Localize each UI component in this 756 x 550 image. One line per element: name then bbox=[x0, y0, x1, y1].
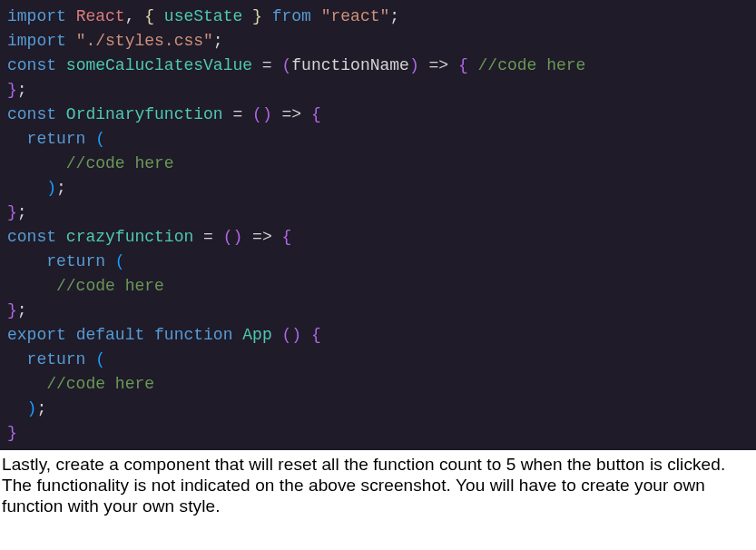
semi: ; bbox=[17, 203, 27, 221]
kw-import: import bbox=[7, 32, 66, 50]
eq: = bbox=[223, 105, 252, 123]
comma: , bbox=[125, 7, 145, 25]
brace: { bbox=[282, 228, 292, 246]
paren-close: ) bbox=[27, 399, 37, 417]
kw-const: const bbox=[7, 56, 56, 74]
kw-function: function bbox=[154, 326, 232, 344]
brace: } bbox=[7, 203, 17, 221]
fn-name: someCaluclatesValue bbox=[66, 56, 252, 74]
brace: { bbox=[311, 105, 321, 123]
indent bbox=[7, 179, 46, 197]
space bbox=[66, 7, 76, 25]
comment: //code here bbox=[56, 277, 164, 295]
eq: = bbox=[252, 56, 281, 74]
indent bbox=[7, 130, 27, 148]
param: functionName bbox=[291, 56, 409, 74]
eq: = bbox=[193, 228, 222, 246]
brace: } bbox=[7, 301, 17, 319]
space bbox=[56, 228, 66, 246]
kw-import: import bbox=[7, 7, 66, 25]
str-styles: "./styles.css" bbox=[76, 32, 213, 50]
kw-export: export bbox=[7, 326, 66, 344]
kw-return: return bbox=[27, 350, 86, 368]
paren-close: ) bbox=[232, 228, 242, 246]
brace-open: { bbox=[144, 7, 164, 25]
indent bbox=[7, 277, 56, 295]
space bbox=[66, 326, 76, 344]
paren-open: ( bbox=[95, 350, 105, 368]
comment: //code here bbox=[478, 56, 586, 74]
id-usestate: useState bbox=[164, 7, 242, 25]
kw-default: default bbox=[76, 326, 145, 344]
paren-close: ) bbox=[46, 179, 56, 197]
indent bbox=[7, 252, 46, 270]
space bbox=[85, 130, 95, 148]
brace: } bbox=[7, 424, 17, 442]
brace: { bbox=[458, 56, 478, 74]
comment: //code here bbox=[66, 154, 174, 172]
space bbox=[232, 326, 242, 344]
paren-open: ( bbox=[282, 326, 292, 344]
comment: //code here bbox=[46, 375, 154, 393]
kw-const: const bbox=[7, 105, 56, 123]
paren-open: ( bbox=[252, 105, 262, 123]
fn-name: crazyfunction bbox=[66, 228, 193, 246]
paren-close: ) bbox=[291, 326, 301, 344]
brace: { bbox=[311, 326, 321, 344]
space bbox=[272, 326, 282, 344]
paren-open: ( bbox=[115, 252, 125, 270]
semi: ; bbox=[36, 399, 46, 417]
space bbox=[105, 252, 115, 270]
arrow: => bbox=[419, 56, 458, 74]
arrow: => bbox=[272, 105, 311, 123]
kw-return: return bbox=[27, 130, 86, 148]
indent bbox=[7, 399, 27, 417]
paren-close: ) bbox=[262, 105, 272, 123]
space bbox=[66, 32, 76, 50]
kw-from: from bbox=[262, 7, 321, 25]
paren-close: ) bbox=[409, 56, 419, 74]
kw-return: return bbox=[46, 252, 105, 270]
brace-close: } bbox=[242, 7, 262, 25]
indent bbox=[7, 350, 27, 368]
brace: } bbox=[7, 81, 17, 99]
semi: ; bbox=[17, 301, 27, 319]
code-block: import React, { useState } from "react";… bbox=[0, 0, 756, 450]
arrow: => bbox=[242, 228, 281, 246]
paren-open: ( bbox=[95, 130, 105, 148]
space bbox=[301, 326, 311, 344]
semi: ; bbox=[56, 179, 66, 197]
indent bbox=[7, 375, 46, 393]
semi: ; bbox=[389, 7, 399, 25]
kw-const: const bbox=[7, 228, 56, 246]
indent bbox=[7, 154, 66, 172]
fn-name: Ordinaryfunction bbox=[66, 105, 223, 123]
id-react: React bbox=[76, 7, 125, 25]
space bbox=[56, 105, 66, 123]
semi: ; bbox=[17, 81, 27, 99]
semi: ; bbox=[213, 32, 223, 50]
space bbox=[56, 56, 66, 74]
space bbox=[85, 350, 95, 368]
instruction-text: Lastly, create a component that will res… bbox=[0, 450, 756, 522]
str-react: "react" bbox=[321, 7, 390, 25]
space bbox=[144, 326, 154, 344]
paren-open: ( bbox=[281, 56, 291, 74]
fn-app: App bbox=[242, 326, 271, 344]
paren-open: ( bbox=[223, 228, 233, 246]
